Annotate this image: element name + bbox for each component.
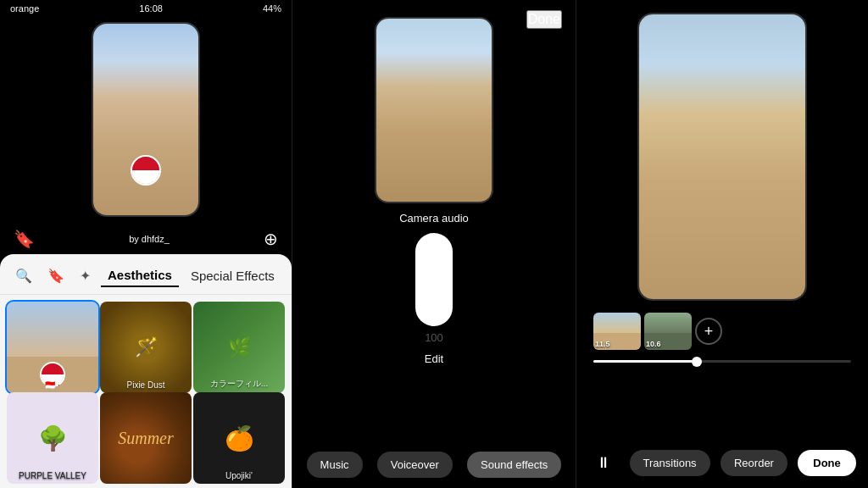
filter-thumb-pixie: 🪄 (100, 302, 192, 393)
flag-circle (131, 155, 161, 186)
phone-preview-area (0, 14, 292, 224)
filter-label-color-fill: カラーフィル... (193, 378, 285, 390)
camera-audio-label: Camera audio (399, 212, 469, 226)
search-tab-icon[interactable]: 🔍 (10, 264, 37, 287)
panel3-beach (639, 14, 805, 180)
bookmark-icon[interactable]: 🔖 (14, 229, 35, 249)
beach-preview (93, 24, 198, 148)
filter-thumb-flag (7, 302, 98, 393)
bottom-icons: 🔖 by dhfdz_ ⊕ (0, 224, 292, 254)
flag-red (132, 157, 159, 170)
panel2-done-button[interactable]: Done (526, 10, 562, 29)
progress-bar-row (576, 353, 868, 369)
tab-aesthetics[interactable]: Aesthetics (101, 264, 179, 287)
reorder-button[interactable]: Reorder (721, 450, 787, 476)
filter-item-upojiki[interactable]: 🍊 Upojiki' (193, 392, 285, 484)
filter-thumb-upojiki: 🍊 (193, 392, 285, 484)
status-bar: orange 16:08 44% (0, 0, 292, 17)
filter-label-upojiki: Upojiki' (193, 471, 285, 480)
filter-label-pixie-dust: Pixie Dust (100, 380, 192, 390)
panel2-bottom-tabs: Music Voiceover Sound effects (292, 443, 576, 488)
volume-slider-container: 100 (415, 233, 453, 344)
progress-knob[interactable] (692, 357, 702, 367)
tree-icon: 🌳 (38, 424, 68, 452)
filter-thumb-purple: 🌳 (7, 392, 98, 484)
flag-white (132, 170, 159, 184)
filter-item-summer[interactable]: Summer (100, 392, 192, 484)
phone-lower (93, 148, 198, 215)
filter-item-pixie-dust[interactable]: 🪄 Pixie Dust (100, 302, 192, 393)
filter-grid: 🇮🇩 · 🪄 Pixie Dust 🌿 カラーフィル... 🌳 (0, 295, 292, 488)
filter-label-purple-valley: PURPLE VALLEY (7, 471, 98, 480)
time-label: 16:08 (139, 3, 163, 14)
edit-label: Edit (425, 352, 443, 365)
panel-audio: Done Camera audio 100 Edit Music Voiceov… (292, 0, 576, 488)
timeline-clip-2[interactable]: 10.6 (644, 313, 692, 350)
sound-effects-tab-button[interactable]: Sound effects (467, 452, 561, 478)
person-tab-icon[interactable]: ✦ (75, 264, 96, 287)
panel3-bottom-tabs: ⏸ Transitions Reorder Done (576, 439, 868, 488)
panel3-phone-frame (637, 13, 807, 301)
panel3-done-button[interactable]: Done (798, 450, 856, 476)
bookmark-tab-icon[interactable]: 🔖 (42, 264, 70, 287)
timeline-row: 11.5 10.6 + (576, 313, 868, 350)
carrier-label: orange (10, 3, 39, 14)
progress-track[interactable] (593, 360, 851, 363)
music-tab-button[interactable]: Music (307, 452, 363, 478)
panel2-beach (376, 19, 492, 132)
panel-timeline: 11.5 10.6 + ⏸ Transitions Reorder Done (576, 0, 868, 488)
tab-special-effects[interactable]: Special Effects (184, 265, 281, 286)
panel3-sand (639, 180, 805, 299)
filter-label-flag: 🇮🇩 · (7, 380, 98, 390)
add-icon[interactable]: ⊕ (264, 229, 278, 249)
phone-frame (92, 22, 200, 217)
transitions-button[interactable]: Transitions (630, 450, 710, 476)
panel2-sand (376, 132, 492, 202)
add-clip-button[interactable]: + (695, 318, 722, 345)
filter-item-purple-valley[interactable]: 🌳 PURPLE VALLEY (7, 392, 98, 484)
author-label: by dhfdz_ (35, 234, 264, 244)
timeline-clip-1[interactable]: 11.5 (593, 313, 641, 350)
panel-filters: orange 16:08 44% 🔖 by dhfdz_ ⊕ 🔍 🔖 ✦ Aes… (0, 0, 292, 488)
panel2-phone-frame (375, 17, 493, 203)
orange-icon: 🍊 (225, 424, 254, 452)
volume-number: 100 (425, 331, 443, 344)
volume-track[interactable] (415, 233, 453, 326)
pause-button[interactable]: ⏸ (588, 447, 619, 478)
clip1-duration-label: 11.5 (595, 340, 610, 348)
battery-label: 44% (263, 3, 281, 14)
filter-item-color-fill[interactable]: 🌿 カラーフィル... (193, 302, 285, 393)
progress-fill (593, 360, 697, 363)
clip2-duration-label: 10.6 (646, 340, 661, 348)
filter-thumb-summer: Summer (100, 392, 192, 484)
voiceover-tab-button[interactable]: Voiceover (377, 452, 453, 478)
filter-item-flag[interactable]: 🇮🇩 · (7, 302, 98, 393)
filter-tabs: 🔍 🔖 ✦ Aesthetics Special Effects (0, 254, 292, 295)
filter-sheet: 🔍 🔖 ✦ Aesthetics Special Effects (0, 254, 292, 488)
